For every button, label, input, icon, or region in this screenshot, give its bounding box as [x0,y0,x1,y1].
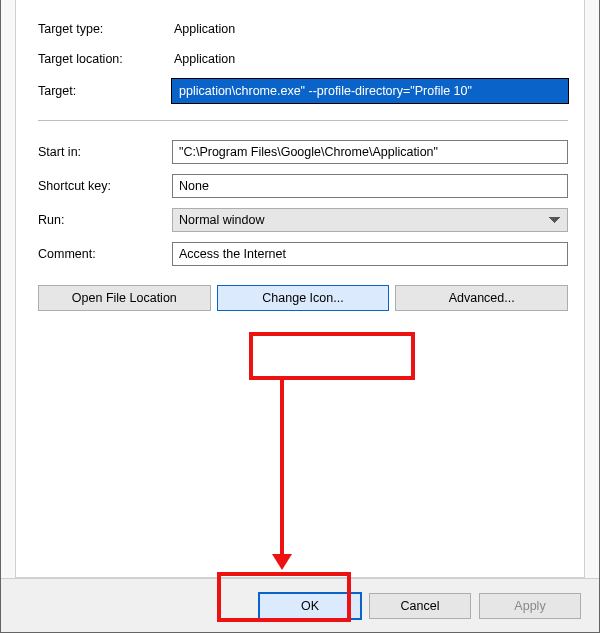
comment-input[interactable] [172,242,568,266]
apply-button[interactable]: Apply [479,593,581,619]
row-target: Target: [38,74,568,108]
shortcut-tab-panel: Target type: Application Target location… [15,0,585,578]
row-comment: Comment: [38,237,568,271]
row-shortcut-key: Shortcut key: [38,169,568,203]
label-comment: Comment: [38,247,172,261]
label-shortcut-key: Shortcut key: [38,179,172,193]
tab-button-row: Open File Location Change Icon... Advanc… [38,285,568,311]
divider [38,120,568,121]
start-in-input[interactable] [172,140,568,164]
dialog-footer: OK Cancel Apply [1,578,599,632]
ok-button[interactable]: OK [259,593,361,619]
change-icon-button[interactable]: Change Icon... [217,285,390,311]
advanced-button[interactable]: Advanced... [395,285,568,311]
row-target-location: Target location: Application [38,44,568,74]
shortcut-key-input[interactable] [172,174,568,198]
cancel-button[interactable]: Cancel [369,593,471,619]
label-target-type: Target type: [38,22,172,36]
value-target-location: Application [172,52,568,66]
label-target-location: Target location: [38,52,172,66]
label-target: Target: [38,84,172,98]
open-file-location-button[interactable]: Open File Location [38,285,211,311]
label-run: Run: [38,213,172,227]
label-start-in: Start in: [38,145,172,159]
run-select[interactable]: Normal window [172,208,568,232]
row-run: Run: Normal window [38,203,568,237]
row-target-type: Target type: Application [38,14,568,44]
target-input[interactable] [172,79,568,103]
properties-dialog: Target type: Application Target location… [0,0,600,633]
value-target-type: Application [172,22,568,36]
row-start-in: Start in: [38,135,568,169]
